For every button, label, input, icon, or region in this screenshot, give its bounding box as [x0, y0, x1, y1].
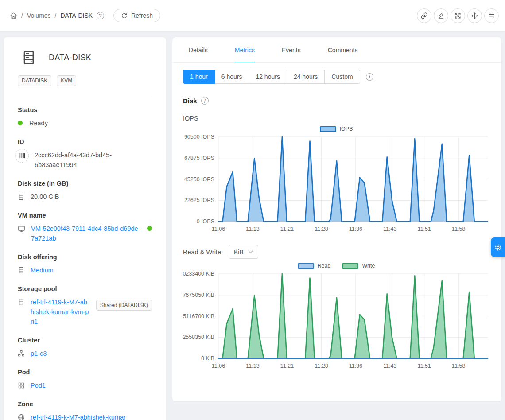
svg-text:11:06: 11:06: [212, 226, 225, 232]
tab-metrics[interactable]: Metrics: [235, 37, 255, 62]
vm-name-link[interactable]: VM-52e00f43-7911-4dc4-85bd-d69de7a721ab: [31, 224, 141, 243]
legend-label: Write: [362, 263, 375, 269]
fullscreen-icon[interactable]: [451, 8, 465, 23]
time-range-group: 1 hour 6 hours 12 hours 24 hours Custom: [183, 70, 360, 84]
tab-bar: Details Metrics Events Comments: [172, 37, 501, 63]
tab-events[interactable]: Events: [282, 37, 301, 62]
field-label: ID: [18, 138, 152, 145]
divider: [18, 96, 152, 96]
reload-icon: [121, 12, 128, 19]
cluster-link[interactable]: p1-c3: [31, 349, 47, 358]
range-1-hour[interactable]: 1 hour: [183, 70, 215, 84]
field-label: Disk offering: [18, 253, 152, 261]
svg-text:7675050 KiB: 7675050 KiB: [183, 292, 214, 298]
svg-text:11:13: 11:13: [246, 363, 259, 369]
svg-text:11:21: 11:21: [280, 226, 294, 232]
field-id: ID 2ccc62dd-af4a-43d7-bd45-6b83aae11994: [18, 138, 152, 170]
field-disk-offering: Disk offering Medium: [18, 253, 152, 275]
breadcrumb-volumes[interactable]: Volumes: [27, 12, 51, 19]
tag-kvm: KVM: [57, 75, 76, 86]
status-value: Ready: [29, 118, 48, 128]
hdd-icon: [18, 267, 25, 274]
field-label: Pod: [18, 369, 152, 376]
storage-pool-tag: Shared (DATADISK): [96, 300, 152, 311]
svg-text:67875 IOPS: 67875 IOPS: [184, 155, 214, 161]
move-icon[interactable]: [467, 8, 482, 23]
info-icon[interactable]: i: [201, 97, 209, 105]
svg-text:90500 IOPS: 90500 IOPS: [184, 134, 214, 140]
page-content: DATA-DISK DATADISK KVM Status Ready ID: [0, 31, 505, 420]
range-24-hours[interactable]: 24 hours: [287, 70, 325, 84]
field-disk-size: Disk size (in GB) 20.00 GiB: [18, 180, 152, 202]
read-write-title: Read & Write: [183, 249, 221, 256]
chevron-down-icon: [248, 250, 253, 253]
svg-text:11:13: 11:13: [246, 226, 259, 232]
grid-icon: [18, 382, 25, 389]
gear-icon: [494, 243, 502, 252]
details-card: Details Metrics Events Comments 1 hour 6…: [172, 37, 501, 401]
help-icon[interactable]: ?: [97, 12, 104, 19]
volume-icon: [21, 50, 36, 66]
home-icon[interactable]: [10, 12, 17, 19]
legend-item-write[interactable]: Write: [342, 263, 375, 269]
top-bar: / Volumes / DATA-DISK ? Refresh: [0, 0, 505, 31]
breadcrumb-current: DATA-DISK: [60, 12, 93, 19]
svg-text:11:58: 11:58: [452, 363, 465, 369]
legend-item-read[interactable]: Read: [298, 263, 331, 269]
svg-text:11:43: 11:43: [383, 226, 396, 232]
field-storage-pool: Storage pool ref-trl-4119-k-M7-abhishek-…: [18, 285, 152, 327]
legend-item-iops[interactable]: IOPS: [320, 126, 353, 132]
edit-icon[interactable]: [434, 8, 448, 23]
field-cluster: Cluster p1-c3: [18, 337, 152, 358]
cluster-icon: [18, 350, 25, 357]
barcode-icon: [15, 149, 29, 163]
field-vm-name: VM name VM-52e00f43-7911-4dc4-85bd-d69de…: [18, 212, 152, 243]
svg-text:11:28: 11:28: [315, 363, 328, 369]
global-icon: [18, 414, 25, 420]
breadcrumb-separator: /: [55, 12, 57, 19]
svg-text:11:58: 11:58: [452, 226, 465, 232]
time-range-row: 1 hour 6 hours 12 hours 24 hours Custom …: [183, 70, 491, 84]
chart-legend: ReadWrite: [183, 261, 489, 270]
svg-text:11:36: 11:36: [349, 226, 362, 232]
svg-text:5116700 KiB: 5116700 KiB: [183, 313, 214, 319]
storage-pool-link[interactable]: ref-trl-4119-k-M7-abhishek-kumar-kvm-pri…: [31, 297, 90, 327]
svg-text:11:21: 11:21: [280, 363, 294, 369]
legend-swatch-icon: [342, 263, 358, 269]
field-status: Status Ready: [18, 106, 152, 128]
field-label: Status: [18, 106, 152, 113]
legend-swatch-icon: [320, 126, 336, 132]
tab-comments[interactable]: Comments: [328, 37, 358, 62]
tab-details[interactable]: Details: [189, 37, 208, 62]
unit-select[interactable]: KiB: [229, 245, 258, 259]
swap-icon[interactable]: [484, 8, 499, 23]
legend-swatch-icon: [298, 263, 314, 269]
settings-fab[interactable]: [491, 237, 505, 257]
zone-link[interactable]: ref-trl-4119-k-M7-abhishek-kumar: [31, 412, 126, 420]
info-icon[interactable]: i: [366, 73, 373, 81]
pod-link[interactable]: Pod1: [31, 381, 46, 390]
breadcrumb: / Volumes / DATA-DISK ? Refresh: [10, 9, 160, 22]
range-6-hours[interactable]: 6 hours: [215, 70, 249, 84]
link-icon[interactable]: [417, 8, 431, 23]
field-label: Storage pool: [18, 285, 152, 292]
disk-offering-link[interactable]: Medium: [31, 265, 54, 275]
range-12-hours[interactable]: 12 hours: [249, 70, 287, 84]
resource-summary-card: DATA-DISK DATADISK KVM Status Ready ID: [4, 37, 166, 420]
range-custom[interactable]: Custom: [325, 70, 360, 84]
legend-label: IOPS: [340, 126, 353, 132]
resource-header: DATA-DISK: [21, 50, 152, 66]
chart-canvas: 11:0611:1311:2111:2811:3611:4311:5111:58…: [183, 270, 489, 373]
svg-text:22625 IOPS: 22625 IOPS: [184, 197, 214, 203]
refresh-label: Refresh: [131, 12, 153, 19]
page-title: DATA-DISK: [49, 53, 91, 62]
id-value: 2ccc62dd-af4a-43d7-bd45-6b83aae11994: [35, 150, 152, 170]
legend-label: Read: [318, 263, 331, 269]
vm-status-dot-icon: [147, 226, 152, 231]
unit-select-value: KiB: [234, 249, 244, 256]
svg-text:0 KiB: 0 KiB: [201, 355, 214, 362]
svg-text:11:51: 11:51: [418, 226, 431, 232]
refresh-button[interactable]: Refresh: [113, 9, 160, 22]
status-dot-icon: [18, 121, 23, 125]
tag-row: DATADISK KVM: [18, 75, 152, 86]
